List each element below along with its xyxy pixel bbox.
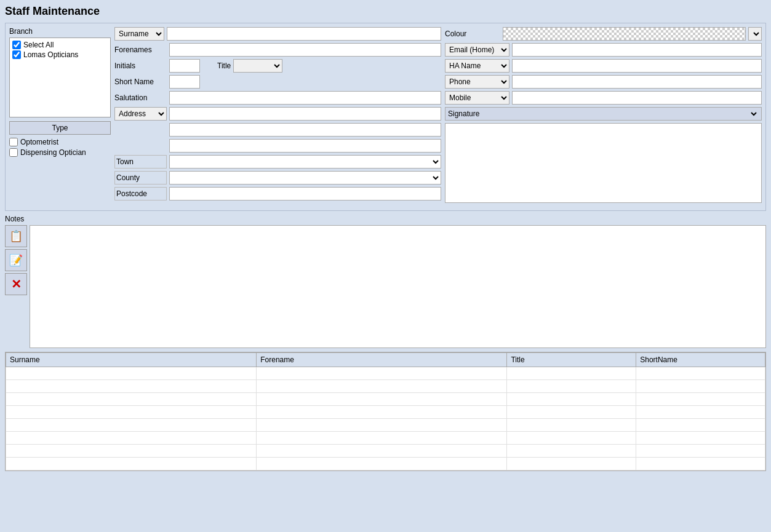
initials-title-row: Initials Title Mr Mrs Miss Dr [114, 59, 441, 73]
signature-dropdown[interactable] [745, 108, 759, 120]
email-home-select[interactable]: Email (Home) Email (Work) [445, 43, 509, 57]
table-header-row: Surname Forename Title ShortName [6, 353, 765, 367]
table-body [6, 367, 765, 470]
type-button[interactable]: Type [9, 121, 111, 135]
table-row[interactable] [6, 380, 765, 393]
table-row[interactable] [6, 458, 765, 470]
notes-container: 📋 📝 ✕ [5, 225, 766, 348]
colour-input[interactable] [503, 27, 746, 41]
email-home-input[interactable] [512, 43, 762, 57]
notes-label: Notes [5, 215, 766, 223]
postcode-input[interactable] [169, 187, 441, 200]
table-col-forename: Forename [257, 353, 507, 367]
mobile-select[interactable]: Mobile [445, 91, 509, 105]
table-row[interactable] [6, 432, 765, 445]
surname-input[interactable] [167, 27, 441, 41]
title-select[interactable]: Mr Mrs Miss Dr [233, 59, 282, 73]
notes-section: Notes 📋 📝 ✕ [5, 215, 766, 348]
town-select[interactable] [169, 155, 441, 169]
mobile-input[interactable] [512, 91, 762, 105]
page-container: Staff Maintenance Branch Select All Loma… [0, 0, 771, 532]
optometrist-checkbox[interactable] [9, 138, 18, 146]
salutation-row: Salutation [114, 91, 441, 105]
ha-name-row: HA Name [445, 59, 762, 73]
notes-add-icon: 📋 [9, 229, 23, 243]
notes-edit-button[interactable]: 📝 [5, 249, 27, 271]
colour-label: Colour [445, 30, 500, 38]
initials-input[interactable] [169, 59, 200, 73]
left-panel: Branch Select All Lomas Opticians Type [9, 27, 111, 203]
main-form: Surname Forename Forenames Initia [114, 27, 762, 203]
title-label: Title [217, 62, 231, 70]
optometrist-label: Optometrist [20, 138, 58, 146]
postcode-row: Postcode [114, 187, 441, 200]
dispensing-optician-label: Dispensing Optician [20, 148, 86, 157]
county-select[interactable] [169, 171, 441, 185]
initials-label: Initials [114, 62, 167, 70]
surname-row: Surname Forename [114, 27, 441, 41]
short-name-row: Short Name [114, 75, 441, 89]
ha-name-select[interactable]: HA Name [445, 59, 509, 73]
signature-area[interactable] [445, 123, 762, 203]
forenames-row: Forenames [114, 43, 441, 57]
branch-list-box: Select All Lomas Opticians [9, 38, 111, 117]
notes-edit-icon: 📝 [9, 253, 23, 267]
select-all-checkbox[interactable] [12, 41, 21, 49]
address-line2-row [169, 123, 441, 137]
dispensing-optician-item: Dispensing Optician [9, 148, 111, 157]
page-title: Staff Maintenance [5, 5, 766, 18]
short-name-label: Short Name [114, 77, 167, 86]
table-row[interactable] [6, 406, 765, 419]
table-row[interactable] [6, 367, 765, 380]
notes-textarea[interactable] [30, 225, 766, 348]
surname-select[interactable]: Surname Forename [114, 27, 164, 41]
address-row: Address [114, 107, 441, 121]
county-row: County [114, 171, 441, 185]
signature-bar: Signature [445, 107, 762, 121]
table-col-surname: Surname [6, 353, 257, 367]
colour-row: Colour [445, 27, 762, 41]
staff-table-container: Surname Forename Title ShortName [5, 352, 766, 471]
email-home-row: Email (Home) Email (Work) [445, 43, 762, 57]
type-section: Type Optometrist Dispensing Optician [9, 121, 111, 157]
top-section: Branch Select All Lomas Opticians Type [9, 27, 762, 203]
ha-name-input[interactable] [512, 59, 762, 73]
town-row: Town [114, 155, 441, 169]
table-col-title: Title [507, 353, 636, 367]
dispensing-optician-checkbox[interactable] [9, 148, 18, 157]
short-name-input[interactable] [169, 75, 200, 89]
form-grid: Surname Forename Forenames Initia [114, 27, 762, 203]
address-line1-input[interactable] [169, 107, 441, 121]
table-col-shortname: ShortName [636, 353, 765, 367]
branch-lomas-item: Lomas Opticians [12, 50, 108, 59]
branch-select-all-item: Select All [12, 41, 108, 49]
lomas-opticians-checkbox[interactable] [12, 50, 21, 59]
address-select[interactable]: Address [114, 107, 167, 121]
address-line3-input[interactable] [169, 139, 441, 153]
salutation-input[interactable] [169, 91, 441, 105]
table-row[interactable] [6, 445, 765, 458]
table-row[interactable] [6, 419, 765, 432]
signature-label: Signature [448, 109, 479, 118]
lomas-opticians-label: Lomas Opticians [23, 50, 78, 59]
form-right: Colour Email (Home) Email (Work) [445, 27, 762, 203]
address-line3-row [169, 139, 441, 153]
phone-select[interactable]: Phone [445, 75, 509, 89]
top-form-section: Branch Select All Lomas Opticians Type [5, 23, 766, 211]
forenames-label: Forenames [114, 46, 167, 54]
forenames-input[interactable] [169, 43, 441, 57]
colour-dropdown[interactable] [748, 27, 762, 41]
postcode-label: Postcode [114, 187, 167, 200]
notes-delete-icon: ✕ [11, 277, 22, 292]
branch-label: Branch [9, 27, 111, 36]
notes-add-button[interactable]: 📋 [5, 225, 27, 247]
staff-table: Surname Forename Title ShortName [6, 352, 765, 470]
address-line2-input[interactable] [169, 123, 441, 137]
form-left: Surname Forename Forenames Initia [114, 27, 441, 203]
select-all-label: Select All [23, 41, 54, 49]
notes-delete-button[interactable]: ✕ [5, 273, 27, 295]
table-row[interactable] [6, 393, 765, 406]
town-label: Town [114, 155, 167, 169]
county-label: County [114, 171, 167, 185]
phone-input[interactable] [512, 75, 762, 89]
